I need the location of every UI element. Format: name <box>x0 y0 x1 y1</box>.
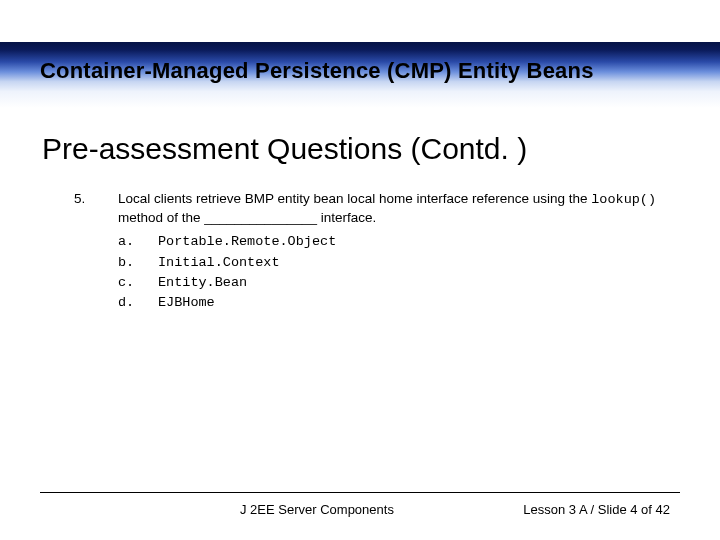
footer-left-text: J 2EE Server Components <box>240 502 394 517</box>
option-row: b. Initial.Context <box>118 254 674 272</box>
question-row: 5. Local clients retrieve BMP entity bea… <box>74 190 674 227</box>
question-text: Local clients retrieve BMP entity bean l… <box>118 190 674 227</box>
footer-divider <box>40 492 680 493</box>
option-value: Initial.Context <box>158 254 280 272</box>
slide-header-title: Container-Managed Persistence (CMP) Enti… <box>40 58 594 84</box>
question-number: 5. <box>74 190 118 227</box>
section-title: Pre-assessment Questions (Contd. ) <box>42 132 527 166</box>
option-label: c. <box>118 274 158 292</box>
option-label: d. <box>118 294 158 312</box>
option-value: Portable.Remote.Object <box>158 233 336 251</box>
option-label: a. <box>118 233 158 251</box>
question-block: 5. Local clients retrieve BMP entity bea… <box>74 190 674 314</box>
footer-right-text: Lesson 3 A / Slide 4 of 42 <box>523 502 670 517</box>
option-row: d. EJBHome <box>118 294 674 312</box>
option-label: b. <box>118 254 158 272</box>
question-text-pre: Local clients retrieve BMP entity bean l… <box>118 191 591 206</box>
option-row: a. Portable.Remote.Object <box>118 233 674 251</box>
question-text-post: method of the _______________ interface. <box>118 210 376 225</box>
option-row: c. Entity.Bean <box>118 274 674 292</box>
options-list: a. Portable.Remote.Object b. Initial.Con… <box>118 233 674 312</box>
option-value: Entity.Bean <box>158 274 247 292</box>
option-value: EJBHome <box>158 294 215 312</box>
slide: Container-Managed Persistence (CMP) Enti… <box>0 0 720 540</box>
question-code: lookup() <box>591 192 656 207</box>
